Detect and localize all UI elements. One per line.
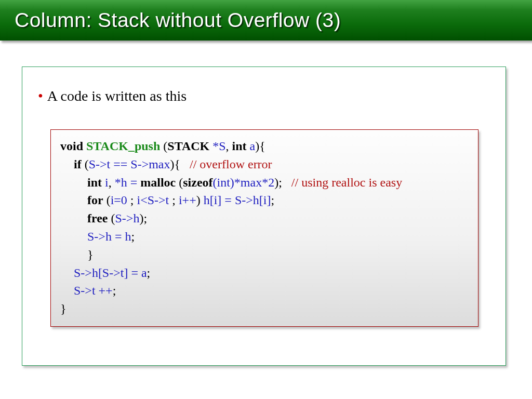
paren: ( [82,157,89,171]
var-i: i [102,176,109,189]
code-line: for (i=0 ; i<S->t ; i++) h[i] = S->h[i]; [60,191,469,209]
inc-t: S->t ++ [74,284,113,297]
semi: ; [147,266,151,280]
cond-expr: S->t == S->max [89,157,170,171]
slide: Column: Stack without Overflow (3) • A c… [0,0,532,399]
code-block: void STACK_push (STACK *S, int a){ if (S… [50,129,478,327]
code-line: } [60,246,469,264]
keyword-if: if [74,157,82,171]
brace-close: } [87,248,94,261]
func-free: free [87,211,108,225]
for-init: i=0 [111,193,127,207]
type-int: int [87,176,102,189]
comma: , [109,176,115,189]
code-line: free (S->h); [60,209,469,228]
keyword-for: for [87,193,103,207]
code-line: int i, *h = malloc (sizeof(int)*max*2); … [60,174,469,192]
brace-close: } [60,302,66,315]
comment-overflow: // overflow error [190,157,272,171]
title-bar: Column: Stack without Overflow (3) [0,0,532,41]
bullet-item: • A code is written as this [38,88,490,104]
semi: ; [127,193,137,207]
semi: ; [131,230,135,243]
paren: ( [108,211,115,225]
code-line: } [60,300,469,318]
code-line: S->h = h; [60,228,469,246]
content-box: • A code is written as this void STACK_p… [22,66,506,366]
param-s: *S [209,139,225,153]
paren: ( [160,139,167,153]
code-line: if (S->t == S->max){ // overflow error [60,155,469,174]
type-stack: STACK [167,139,209,153]
semi: ; [113,284,116,297]
paren: ); [139,211,147,225]
free-arg: S->h [115,211,140,225]
func-malloc: malloc [140,176,176,189]
semi: ; [271,193,274,207]
code-line: void STACK_push (STACK *S, int a){ [60,137,469,155]
code-line: S->h[S->t] = a; [60,264,469,282]
param-a: a [247,139,256,153]
for-cond: i<S->t [137,193,169,207]
paren: ( [176,176,183,189]
brace: ){ [170,157,190,171]
sizeof-arg: (int)*max*2 [213,176,275,189]
func-sizeof: sizeof [183,176,212,189]
func-name: STACK_push [83,139,160,153]
bullet-text: A code is written as this [47,88,187,104]
brace: ){ [255,139,265,153]
semi: ; [169,193,179,207]
code-line: S->t ++; [60,282,469,300]
assign-h: S->h = h [87,230,131,243]
paren: ( [103,193,111,207]
bullet-icon: • [38,89,43,103]
for-inc: i++ [179,193,196,207]
paren: ); [274,176,291,189]
keyword-void: void [60,139,83,153]
comma: , [226,139,232,153]
comment-realloc: // using realloc is easy [291,176,402,189]
type-int: int [232,139,247,153]
slide-title: Column: Stack without Overflow (3) [15,9,341,32]
for-body: h[i] = S->h[i] [204,193,271,207]
var-h: *h = [115,176,138,189]
paren: ) [196,193,204,207]
assign-array: S->h[S->t] = a [74,266,147,280]
